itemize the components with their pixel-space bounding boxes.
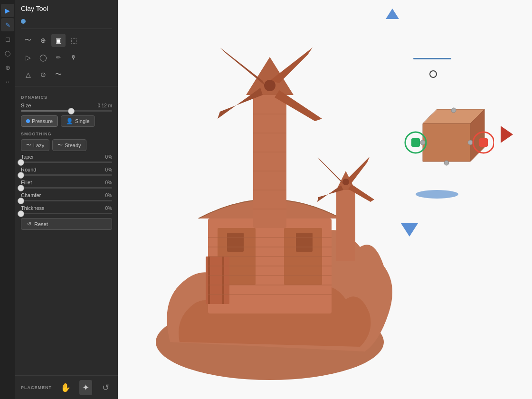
tool-row-2: ▷ ◯ ✏ 🎙 (21, 49, 112, 66)
globe-tool-icon[interactable]: ⊕ (1, 61, 14, 74)
size-param: Size 0.12 m (21, 103, 112, 112)
size-value: 0.12 m (97, 103, 112, 108)
svg-rect-8 (411, 138, 420, 147)
pressure-toggle-row: Pressure 👤 Single (21, 115, 112, 127)
steady-icon: 〜 (57, 142, 63, 149)
taper-slider[interactable] (21, 162, 112, 163)
triangle-icon[interactable]: △ (21, 68, 35, 81)
size-slider[interactable] (21, 110, 112, 112)
lazy-icon: 〜 (26, 142, 31, 149)
svg-point-6 (444, 161, 449, 165)
mask-tool-icon[interactable]: ↔ (1, 75, 14, 88)
rect-icon[interactable]: ⬚ (66, 34, 81, 47)
size-label: Size (21, 103, 31, 108)
thickness-value: 0% (105, 206, 112, 211)
cube-icon[interactable]: ▣ (51, 34, 66, 47)
gizmo-cube (399, 86, 494, 180)
smooth-tool-icon[interactable]: ◯ (1, 47, 14, 60)
svg-point-5 (468, 140, 473, 145)
thickness-param: Thickness 0% (21, 205, 112, 214)
tool-row-3: △ ⊙ 〜 (21, 66, 112, 83)
sidebar-content: DYNAMICS Size 0.12 m Pressure 👤 Single (15, 86, 118, 375)
sidebar-header: Clay Tool 〜 ⊕ ▣ ⬚ ▷ ◯ ✏ 🎙 △ ⊙ 〜 (15, 0, 118, 86)
smoothing-toggle-row: 〜 Lazy 〜 Steady (21, 139, 112, 151)
circle-tool-icon[interactable]: ◯ (36, 51, 50, 64)
svg-point-17 (264, 80, 276, 91)
round-slider[interactable] (21, 174, 112, 176)
reset-button[interactable]: ↺ Reset (21, 218, 112, 230)
svg-point-4 (420, 140, 425, 145)
erase-tool-icon[interactable]: ◻ (1, 32, 14, 46)
placement-bar: PLACEMENT ✋ ✦ ↺ (0, 375, 118, 399)
svg-rect-23 (227, 233, 244, 252)
tool-row-1: 〜 ⊕ ▣ ⬚ (21, 32, 112, 49)
thickness-label: Thickness (21, 205, 45, 211)
svg-point-19 (342, 179, 349, 185)
brush-tool-icon[interactable]: ✎ (1, 18, 14, 31)
pressure-button[interactable]: Pressure (21, 115, 58, 127)
eye-icon[interactable]: ⊙ (36, 68, 50, 81)
sculpture-svg (132, 10, 408, 380)
disc-decoration (416, 190, 458, 199)
title-bar: Clay Tool (21, 5, 112, 12)
brush-icon-container (21, 16, 112, 26)
svg-marker-0 (423, 124, 470, 162)
line-decoration (413, 58, 451, 59)
svg-rect-21 (208, 256, 210, 304)
sculpture-3d (132, 10, 408, 380)
fillet-value: 0% (105, 180, 112, 185)
svg-rect-10 (479, 138, 488, 147)
mic-icon[interactable]: 🎙 (66, 51, 81, 64)
wave-icon[interactable]: 〜 (21, 34, 35, 47)
chamfer-label: Chamfer (21, 192, 41, 198)
reset-icon: ↺ (27, 221, 31, 227)
svg-rect-24 (296, 233, 313, 252)
fillet-label: Fillet (21, 180, 32, 185)
steady-button[interactable]: 〜 Steady (52, 139, 86, 151)
left-toolbar: ▶ ✎ ◻ ◯ ⊕ ↔ (0, 0, 15, 399)
taper-param: Taper 0% (21, 154, 112, 163)
fillet-slider[interactable] (21, 187, 112, 189)
play-icon[interactable]: ▷ (21, 51, 35, 64)
curve-icon[interactable]: 〜 (51, 68, 66, 81)
svg-rect-15 (253, 95, 286, 228)
round-label: Round (21, 167, 36, 172)
chamfer-param: Chamfer 0% (21, 192, 112, 201)
chamfer-value: 0% (105, 193, 112, 198)
taper-label: Taper (21, 154, 34, 160)
pressure-dot (26, 119, 30, 123)
dynamics-label: DYNAMICS (21, 95, 112, 100)
symmetry-icon[interactable]: ✦ (79, 380, 92, 395)
round-param: Round 0% (21, 167, 112, 176)
panel-title: Clay Tool (21, 5, 48, 12)
lazy-button[interactable]: 〜 Lazy (21, 139, 49, 151)
plus-circle-icon[interactable]: ⊕ (36, 34, 50, 47)
select-tool-icon[interactable]: ▶ (1, 4, 14, 17)
round-value: 0% (105, 167, 112, 172)
smoothing-label: SMOOTHING (21, 132, 112, 136)
gizmo-container (399, 86, 494, 180)
taper-value: 0% (105, 154, 112, 160)
pen-tool-icon[interactable]: ✏ (51, 51, 66, 64)
circle-decoration (429, 70, 437, 78)
single-button[interactable]: 👤 Single (61, 115, 95, 127)
thickness-slider[interactable] (21, 213, 112, 214)
placement-label: PLACEMENT (21, 385, 52, 390)
svg-rect-18 (336, 190, 355, 261)
refresh-icon[interactable]: ↺ (100, 380, 112, 395)
canvas-area (118, 0, 532, 399)
svg-rect-22 (222, 256, 224, 304)
hand-icon[interactable]: ✋ (59, 380, 72, 395)
brush-indicator (21, 19, 26, 24)
fillet-param: Fillet 0% (21, 180, 112, 189)
sidebar: Clay Tool 〜 ⊕ ▣ ⬚ ▷ ◯ ✏ 🎙 △ ⊙ 〜 DYNAMICS (0, 0, 118, 399)
arrow-decoration (501, 126, 513, 143)
chamfer-slider[interactable] (21, 200, 112, 201)
svg-point-3 (451, 108, 456, 113)
